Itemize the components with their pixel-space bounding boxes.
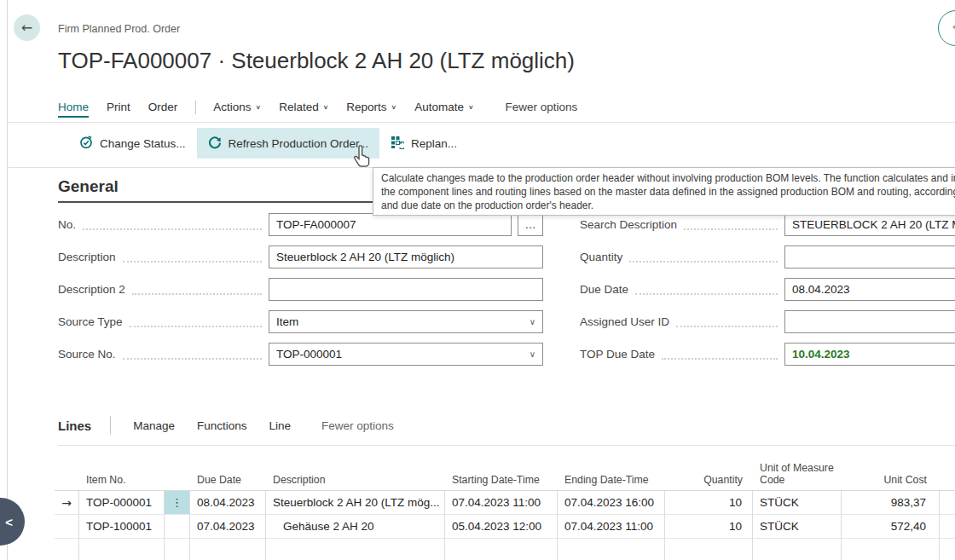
quantity-input[interactable] <box>784 245 955 268</box>
source-type-select[interactable]: Item∨ <box>269 310 543 333</box>
column-header-unit-of-measure-code[interactable]: Unit of Measure Code <box>753 460 842 490</box>
column-header-starting-date-time[interactable]: Starting Date-Time <box>445 460 558 490</box>
column-header-due-date[interactable]: Due Date <box>190 460 266 490</box>
chevron-left-icon: < <box>5 515 13 529</box>
cell-due-date[interactable]: 07.04.2023 <box>190 514 266 538</box>
tab-reports[interactable]: Reports∨ <box>346 101 396 118</box>
column-header-description[interactable]: Description <box>266 460 445 490</box>
no-input[interactable]: TOP-FA000007 <box>269 213 512 236</box>
tab-fewer-options[interactable]: Fewer options <box>506 101 578 118</box>
cell-item-no[interactable]: TOP-000001 <box>79 490 165 514</box>
field-description: Description Steuerblock 2 AH 20 (LTZ mög… <box>58 245 543 268</box>
top-due-date-input[interactable]: 10.04.2023 <box>784 343 955 366</box>
no-assist-edit-button[interactable]: … <box>518 213 543 236</box>
cell-ending-date-time[interactable]: 07.04.2023 11:00 <box>558 514 665 538</box>
lines-tab-functions[interactable]: Functions <box>197 419 247 432</box>
row-options-cell[interactable] <box>165 538 190 560</box>
lines-tab-fewer-options[interactable]: Fewer options <box>321 419 394 432</box>
cell-unit-of-measure-code[interactable]: STÜCK <box>753 514 842 538</box>
refresh-icon <box>208 136 222 152</box>
chevron-down-icon: ∨ <box>256 104 262 111</box>
field-assigned-user-id: Assigned User ID <box>580 310 955 333</box>
cell-quantity[interactable] <box>665 538 753 560</box>
replan-button[interactable]: Replan... <box>379 128 468 159</box>
tab-print[interactable]: Print <box>107 101 130 118</box>
chevron-down-icon: ∨ <box>391 104 397 111</box>
page-caption: Firm Planned Prod. Order <box>58 23 180 35</box>
assigned-user-id-input[interactable] <box>784 310 955 333</box>
lines-tab-line[interactable]: Line <box>269 419 292 432</box>
lines-tab-manage[interactable]: Manage <box>133 419 175 432</box>
cell-item-no[interactable]: TOP-100001 <box>79 514 165 538</box>
cell-due-date[interactable]: 08.04.2023 <box>190 490 266 514</box>
column-header-ending-date-time[interactable]: Ending Date-Time <box>558 460 665 490</box>
cell-quantity[interactable]: 10 <box>665 490 753 514</box>
cell-description[interactable] <box>266 538 445 560</box>
field-top-due-date: TOP Due Date 10.04.2023 <box>580 343 955 366</box>
column-header-unit-cost[interactable]: Unit Cost <box>842 460 940 490</box>
description-2-input[interactable] <box>269 278 543 301</box>
description-input[interactable]: Steuerblock 2 AH 20 (LTZ möglich) <box>269 245 543 268</box>
cell-unit-of-measure-code[interactable]: STÜCK <box>753 490 842 514</box>
table-row-current-indicator: → <box>55 490 79 514</box>
row-options-button[interactable]: ⋮ <box>165 490 190 514</box>
current-row-arrow-icon: → <box>61 496 72 510</box>
column-header-quantity[interactable]: Quantity <box>665 460 753 490</box>
search-description-input[interactable]: STEUERBLOCK 2 AH 20 (LTZ MÖGLICH) <box>784 213 955 236</box>
menubar-bottom-rule <box>8 122 955 123</box>
chevron-down-icon: ∨ <box>323 104 329 111</box>
action-toolbar: Change Status... Refresh Production Orde… <box>68 128 468 159</box>
change-status-button[interactable]: Change Status... <box>68 128 197 159</box>
back-button[interactable]: ← <box>14 14 40 41</box>
lines-header-rule <box>58 445 955 446</box>
cell-ending-date-time[interactable] <box>558 538 665 560</box>
lines-header-divider <box>110 416 111 435</box>
tab-actions[interactable]: Actions∨ <box>213 101 261 118</box>
cell-spacer <box>940 514 955 538</box>
cell-spacer <box>940 538 955 560</box>
column-header-spacer <box>55 460 79 490</box>
mouse-cursor-icon <box>351 145 372 172</box>
table-row-indicator <box>55 514 79 538</box>
cell-starting-date-time[interactable] <box>445 538 558 560</box>
column-header-spacer <box>940 460 955 490</box>
lines-header: Lines Manage Functions Line Fewer option… <box>58 416 416 435</box>
general-section-title[interactable]: General <box>58 177 119 196</box>
tab-related[interactable]: Related∨ <box>279 101 328 118</box>
general-left-column: No. TOP-FA000007 … Description Steuerblo… <box>58 213 543 375</box>
chevron-down-icon: ∨ <box>530 311 535 332</box>
lines-table: Item No. Due Date Description Starting D… <box>55 460 955 560</box>
source-no-select[interactable]: TOP-000001∨ <box>269 343 543 366</box>
cell-starting-date-time[interactable]: 05.04.2023 12:00 <box>445 514 558 538</box>
collapse-panel-button[interactable]: < <box>0 498 25 546</box>
cell-unit-cost[interactable]: 983,37 <box>842 490 940 514</box>
chevron-down-icon: ∨ <box>468 104 474 111</box>
cell-quantity[interactable]: 10 <box>665 514 753 538</box>
due-date-input[interactable]: 08.04.2023 <box>784 278 955 301</box>
page-title: TOP-FA000007 · Steuerblock 2 AH 20 (LTZ … <box>58 48 575 74</box>
field-quantity: Quantity <box>580 245 955 268</box>
row-menu-icon: ⋮ <box>171 496 182 509</box>
column-header-spacer <box>165 460 190 490</box>
change-status-icon <box>79 136 93 152</box>
cell-due-date[interactable] <box>190 538 266 560</box>
cell-ending-date-time[interactable]: 07.04.2023 16:00 <box>558 490 665 514</box>
cell-item-no[interactable] <box>79 538 165 560</box>
cell-description[interactable]: Steuerblock 2 AH 20 (LTZ mög... <box>266 490 445 514</box>
tab-home[interactable]: Home <box>58 101 89 118</box>
tab-automate[interactable]: Automate∨ <box>414 101 473 118</box>
cell-unit-of-measure-code[interactable] <box>753 538 842 560</box>
tab-order[interactable]: Order <box>148 101 178 118</box>
cell-starting-date-time[interactable]: 07.04.2023 11:00 <box>445 490 558 514</box>
field-source-no: Source No. TOP-000001∨ <box>58 343 543 366</box>
cell-unit-cost[interactable]: 572,40 <box>842 514 940 538</box>
help-bubble-button[interactable]: ✎ <box>938 10 955 46</box>
column-header-item-no[interactable]: Item No. <box>79 460 165 490</box>
row-options-cell[interactable] <box>165 514 190 538</box>
lines-section-title[interactable]: Lines <box>58 419 91 433</box>
cell-description[interactable]: Gehäuse 2 AH 20 <box>266 514 445 538</box>
action-menubar: Home Print Order Actions∨ Related∨ Repor… <box>58 99 595 119</box>
field-description-2: Description 2 <box>58 278 543 301</box>
page: ← Firm Planned Prod. Order TOP-FA000007 … <box>0 0 955 560</box>
cell-unit-cost[interactable] <box>842 538 940 560</box>
